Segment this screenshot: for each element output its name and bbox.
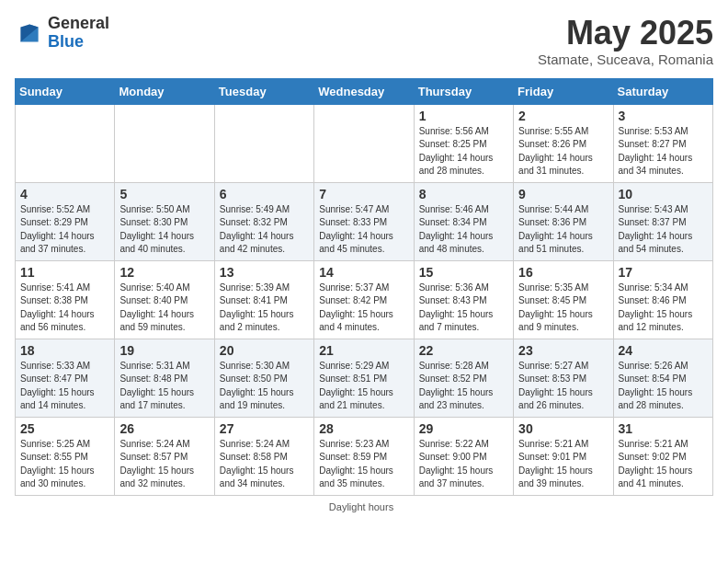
day-info: Sunrise: 5:22 AM Sunset: 9:00 PM Dayligh… [419,438,508,491]
calendar-cell: 8Sunrise: 5:46 AM Sunset: 8:34 PM Daylig… [414,182,513,260]
day-info: Sunrise: 5:47 AM Sunset: 8:33 PM Dayligh… [319,203,408,257]
weekday-header-tuesday: Tuesday [214,78,313,104]
logo-blue: Blue [48,33,109,52]
day-info: Sunrise: 5:43 AM Sunset: 8:37 PM Dayligh… [619,203,708,257]
calendar-cell: 1Sunrise: 5:56 AM Sunset: 8:25 PM Daylig… [414,104,513,182]
day-info: Sunrise: 5:25 AM Sunset: 8:55 PM Dayligh… [20,438,109,491]
day-number: 10 [619,187,708,201]
calendar-cell: 7Sunrise: 5:47 AM Sunset: 8:33 PM Daylig… [314,182,414,260]
day-info: Sunrise: 5:55 AM Sunset: 8:26 PM Dayligh… [518,125,608,178]
day-info: Sunrise: 5:35 AM Sunset: 8:45 PM Dayligh… [518,282,608,335]
calendar-cell: 27Sunrise: 5:24 AM Sunset: 8:58 PM Dayli… [214,417,313,495]
day-number: 30 [518,421,608,436]
calendar-cell: 13Sunrise: 5:39 AM Sunset: 8:41 PM Dayli… [214,260,313,339]
day-number: 28 [319,421,408,436]
calendar-cell [214,104,313,182]
calendar-cell: 9Sunrise: 5:44 AM Sunset: 8:36 PM Daylig… [514,182,613,260]
day-info: Sunrise: 5:46 AM Sunset: 8:34 PM Dayligh… [419,203,508,257]
calendar-footer: Daylight hours [15,501,713,512]
day-info: Sunrise: 5:29 AM Sunset: 8:51 PM Dayligh… [319,360,408,413]
day-number: 1 [419,109,508,123]
day-number: 21 [319,343,408,358]
day-info: Sunrise: 5:40 AM Sunset: 8:40 PM Dayligh… [119,282,209,335]
day-info: Sunrise: 5:21 AM Sunset: 9:02 PM Dayligh… [619,438,708,491]
day-number: 12 [119,265,209,280]
calendar-cell: 3Sunrise: 5:53 AM Sunset: 8:27 PM Daylig… [613,104,712,182]
calendar-cell: 4Sunrise: 5:52 AM Sunset: 8:29 PM Daylig… [16,182,115,260]
calendar-cell: 16Sunrise: 5:35 AM Sunset: 8:45 PM Dayli… [514,260,613,339]
calendar-week-row: 18Sunrise: 5:33 AM Sunset: 8:47 PM Dayli… [16,339,713,417]
day-number: 2 [518,109,608,123]
calendar-cell: 23Sunrise: 5:27 AM Sunset: 8:53 PM Dayli… [514,339,613,417]
location-subtitle: Stamate, Suceava, Romania [538,52,713,67]
logo-icon [15,18,44,48]
day-number: 11 [20,265,109,280]
calendar-cell: 18Sunrise: 5:33 AM Sunset: 8:47 PM Dayli… [16,339,115,417]
calendar-table: SundayMondayTuesdayWednesdayThursdayFrid… [15,78,713,496]
weekday-header-saturday: Saturday [613,78,712,104]
weekday-header-friday: Friday [514,78,613,104]
day-number: 22 [419,343,508,358]
day-number: 31 [619,421,708,436]
calendar-cell: 22Sunrise: 5:28 AM Sunset: 8:52 PM Dayli… [414,339,513,417]
day-number: 27 [220,421,309,436]
weekday-header-monday: Monday [115,78,214,104]
day-number: 19 [119,343,209,358]
calendar-cell: 31Sunrise: 5:21 AM Sunset: 9:02 PM Dayli… [613,417,712,495]
page-header: General Blue May 2025 Stamate, Suceava, … [15,15,713,67]
day-info: Sunrise: 5:31 AM Sunset: 8:48 PM Dayligh… [119,360,209,413]
day-number: 3 [619,109,708,123]
day-number: 29 [419,421,508,436]
day-info: Sunrise: 5:44 AM Sunset: 8:36 PM Dayligh… [518,203,608,257]
calendar-cell: 29Sunrise: 5:22 AM Sunset: 9:00 PM Dayli… [414,417,513,495]
calendar-cell: 24Sunrise: 5:26 AM Sunset: 8:54 PM Dayli… [613,339,712,417]
footer-label: Daylight hours [329,501,393,512]
calendar-cell: 19Sunrise: 5:31 AM Sunset: 8:48 PM Dayli… [115,339,214,417]
day-info: Sunrise: 5:53 AM Sunset: 8:27 PM Dayligh… [619,125,708,178]
calendar-week-row: 25Sunrise: 5:25 AM Sunset: 8:55 PM Dayli… [16,417,713,495]
calendar-cell: 2Sunrise: 5:55 AM Sunset: 8:26 PM Daylig… [514,104,613,182]
calendar-cell [314,104,414,182]
month-title: May 2025 [538,15,713,52]
calendar-cell: 26Sunrise: 5:24 AM Sunset: 8:57 PM Dayli… [115,417,214,495]
day-number: 13 [220,265,309,280]
weekday-header-row: SundayMondayTuesdayWednesdayThursdayFrid… [16,78,713,104]
day-number: 14 [319,265,408,280]
calendar-week-row: 11Sunrise: 5:41 AM Sunset: 8:38 PM Dayli… [16,260,713,339]
day-number: 17 [619,265,708,280]
day-number: 18 [20,343,109,358]
calendar-cell: 14Sunrise: 5:37 AM Sunset: 8:42 PM Dayli… [314,260,414,339]
day-info: Sunrise: 5:23 AM Sunset: 8:59 PM Dayligh… [319,438,408,491]
day-number: 16 [518,265,608,280]
calendar-cell: 25Sunrise: 5:25 AM Sunset: 8:55 PM Dayli… [16,417,115,495]
day-info: Sunrise: 5:21 AM Sunset: 9:01 PM Dayligh… [518,438,608,491]
day-info: Sunrise: 5:27 AM Sunset: 8:53 PM Dayligh… [518,360,608,413]
day-number: 24 [619,343,708,358]
calendar-cell: 6Sunrise: 5:49 AM Sunset: 8:32 PM Daylig… [214,182,313,260]
calendar-week-row: 4Sunrise: 5:52 AM Sunset: 8:29 PM Daylig… [16,182,713,260]
logo-text: General Blue [48,15,109,52]
calendar-cell: 21Sunrise: 5:29 AM Sunset: 8:51 PM Dayli… [314,339,414,417]
day-info: Sunrise: 5:56 AM Sunset: 8:25 PM Dayligh… [419,125,508,178]
day-number: 7 [319,187,408,201]
calendar-cell: 5Sunrise: 5:50 AM Sunset: 8:30 PM Daylig… [115,182,214,260]
day-number: 15 [419,265,508,280]
day-info: Sunrise: 5:30 AM Sunset: 8:50 PM Dayligh… [220,360,309,413]
day-info: Sunrise: 5:39 AM Sunset: 8:41 PM Dayligh… [220,282,309,335]
day-info: Sunrise: 5:36 AM Sunset: 8:43 PM Dayligh… [419,282,508,335]
logo: General Blue [15,15,109,52]
calendar-cell: 12Sunrise: 5:40 AM Sunset: 8:40 PM Dayli… [115,260,214,339]
day-info: Sunrise: 5:33 AM Sunset: 8:47 PM Dayligh… [20,360,109,413]
weekday-header-wednesday: Wednesday [314,78,414,104]
day-info: Sunrise: 5:41 AM Sunset: 8:38 PM Dayligh… [20,282,109,335]
day-number: 4 [20,187,109,201]
day-info: Sunrise: 5:26 AM Sunset: 8:54 PM Dayligh… [619,360,708,413]
day-number: 26 [119,421,209,436]
day-number: 9 [518,187,608,201]
calendar-cell: 10Sunrise: 5:43 AM Sunset: 8:37 PM Dayli… [613,182,712,260]
day-info: Sunrise: 5:28 AM Sunset: 8:52 PM Dayligh… [419,360,508,413]
day-number: 25 [20,421,109,436]
day-number: 20 [220,343,309,358]
calendar-cell: 11Sunrise: 5:41 AM Sunset: 8:38 PM Dayli… [16,260,115,339]
day-info: Sunrise: 5:24 AM Sunset: 8:57 PM Dayligh… [119,438,209,491]
